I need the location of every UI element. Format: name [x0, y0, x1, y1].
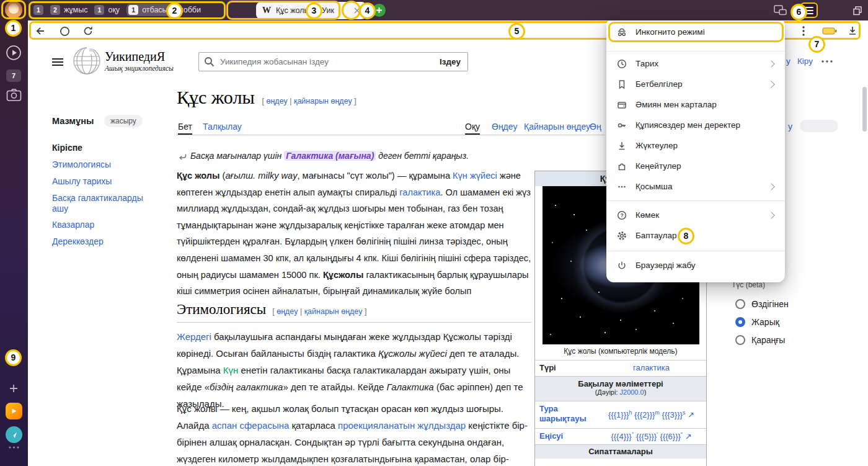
annotation-4: 4 — [359, 2, 376, 19]
radio-dark-label[interactable]: Қараңғы — [751, 335, 785, 345]
infobox-row-ra: Тура шарықтауы {{{1}}}h {{{2}}}m {{{3}}}… — [535, 401, 706, 429]
ra-label[interactable]: Тура шарықтауы — [539, 404, 598, 424]
dec-value[interactable]: {{{4}}}° {{{5}}}′ {{{6}}}″ ↗ — [600, 431, 702, 441]
section-edit-links[interactable]: [ өңдеу | қайнарын өңдеу ] — [272, 307, 366, 316]
toc-title: Мазмұны — [52, 116, 94, 126]
scrollbar-thumb[interactable] — [862, 87, 867, 132]
toc-item[interactable]: Этимологиясы — [52, 159, 111, 170]
toc-item[interactable]: Квазарлар — [52, 220, 94, 230]
tab-fragment-right: у — [788, 122, 792, 132]
paragraph-intro: Құс жолы (ағылш. milky way, мағынасы "сү… — [177, 168, 531, 300]
tab-read[interactable]: Оқу — [465, 122, 480, 135]
toc-hide-button[interactable]: жасыру — [104, 115, 143, 127]
menu-item-history[interactable]: Тарих — [606, 53, 785, 74]
tab-edit[interactable]: Өңдеу — [492, 122, 517, 132]
downloads-count-badge[interactable]: 7 — [6, 69, 21, 82]
toc-item-active[interactable]: Кіріспе — [52, 143, 82, 153]
restore-window-icon[interactable] — [853, 6, 862, 16]
search-input[interactable] — [219, 56, 428, 67]
user-avatar[interactable] — [5, 1, 22, 19]
downloads-icon[interactable] — [847, 25, 858, 36]
add-panel-icon[interactable] — [9, 383, 19, 393]
music-app-icon[interactable] — [6, 403, 22, 419]
battery-saver-icon[interactable] — [822, 27, 837, 35]
back-icon[interactable] — [34, 25, 46, 37]
incognito-icon — [616, 27, 627, 38]
ra-value[interactable]: {{{1}}}h {{{2}}}m {{{3}}}s ↗ — [600, 410, 702, 419]
ellipsis-icon — [616, 181, 627, 192]
menu-item-close-browser[interactable]: Браузерді жабу — [606, 255, 785, 276]
menu-item-passwords[interactable]: Құпиясөздер мен деректер — [606, 115, 785, 135]
infobox-obs-header: Бақылау мәліметтері (Дәуірі: J2000.0) — [535, 376, 706, 401]
power-icon — [616, 260, 627, 271]
annotation-6: 6 — [790, 4, 807, 20]
bookmark-icon — [616, 79, 627, 90]
menu-item-downloads[interactable]: Жүктеулер — [606, 135, 785, 156]
tab-talk[interactable]: Талқылау — [203, 122, 242, 132]
annotation-7: 7 — [808, 36, 825, 53]
gear-icon — [616, 230, 627, 241]
menu-item-extensions[interactable]: Кеңейтулер — [606, 156, 785, 176]
dec-label[interactable]: Еңісуі — [539, 431, 563, 441]
edit-links[interactable]: [ өңдеу | қайнарын өңдеу ] — [262, 97, 356, 105]
tab-bar: 1 2жұмыс 1оқу 1отбасы хобби W Құс жолы —… — [28, 0, 868, 20]
annotation-8: 8 — [678, 228, 694, 244]
svg-text:?: ? — [620, 212, 623, 218]
section-heading: Этимологиясы [ өңдеу | қайнарын өңдеу ] — [177, 302, 366, 318]
plus-icon — [376, 7, 383, 14]
tab-group[interactable]: 2жұмыс — [50, 5, 87, 15]
header-more-icon[interactable] — [821, 60, 833, 63]
infobox-row-type: Түрі галактика — [535, 360, 706, 377]
infobox-row-dec: Еңісуі {{{4}}}° {{{5}}}′ {{{6}}}″ ↗ — [535, 428, 706, 445]
tab-group[interactable]: 1 — [33, 5, 43, 15]
tab-edit-source[interactable]: Қайнарын өңдеу — [524, 122, 590, 132]
section-divider — [177, 322, 531, 323]
annotation-5: 5 — [508, 23, 525, 40]
type-value[interactable]: галактика — [600, 363, 702, 372]
login-link[interactable]: Кіру — [797, 56, 813, 66]
wallet-icon — [616, 99, 627, 110]
rail-overflow-icon[interactable] — [8, 446, 20, 449]
search-button[interactable]: Іздеу — [433, 52, 468, 71]
toc-item[interactable]: Басқа галактикаларды ашу — [52, 193, 154, 214]
browser-logo-icon[interactable] — [6, 426, 22, 443]
toc-item[interactable]: Ашылу тарихы — [52, 176, 112, 187]
tab-group[interactable]: 1оқу — [94, 5, 120, 15]
video-panel-icon[interactable] — [6, 45, 22, 61]
wiki-search-box[interactable] — [198, 52, 433, 71]
side-panel-icon[interactable] — [774, 5, 787, 16]
menu-item-bookmarks[interactable]: Бетбелгілер — [606, 74, 785, 94]
menu-item-more[interactable]: Қосымша — [606, 176, 785, 197]
wiki-wordmark[interactable]: УикипедиЯ — [105, 50, 165, 64]
search-icon — [204, 56, 215, 67]
search-engine-icon[interactable] — [60, 26, 70, 37]
radio-dark[interactable] — [735, 335, 745, 345]
annotation-1: 1 — [5, 20, 22, 37]
paragraph-etymology-1: Жердегі бақылаушыға аспандағы мыңдаған ж… — [177, 328, 531, 412]
menu-item-incognito[interactable]: Инкогнито режимі — [606, 22, 785, 42]
menu-item-wallet[interactable]: Әмиян мен карталар — [606, 94, 785, 115]
wikipedia-favicon: W — [262, 6, 271, 16]
menu-divider — [606, 200, 785, 201]
annotation-3: 3 — [306, 2, 322, 19]
tab-page[interactable]: Бет — [178, 122, 192, 135]
radio-auto-label[interactable]: Өздігінен — [751, 299, 789, 309]
radio-light-label[interactable]: Жарық — [751, 317, 779, 327]
reload-icon[interactable] — [82, 25, 94, 37]
radio-auto[interactable] — [735, 299, 745, 309]
covered-link-fragment: у — [786, 56, 790, 66]
menu-item-settings[interactable]: Баптаулар — [606, 225, 785, 246]
history-icon — [616, 58, 627, 69]
wikipedia-logo[interactable] — [73, 47, 101, 75]
kebab-menu-icon[interactable] — [798, 25, 809, 37]
screenshot-icon[interactable] — [6, 88, 22, 102]
tools-pill[interactable] — [800, 120, 838, 132]
wiki-hamburger-icon[interactable] — [52, 58, 63, 68]
radio-light[interactable] — [735, 317, 745, 327]
tab-fragment[interactable]: Өң — [590, 122, 601, 132]
toc-item[interactable]: Дереккөздер — [52, 236, 104, 247]
download-icon — [616, 140, 627, 151]
hatnote: Басқа мағыналар үшін Галактика (мағына) … — [190, 151, 525, 161]
menu-item-help[interactable]: ? Көмек — [606, 205, 785, 225]
browser-side-rail: 7 — [0, 0, 28, 466]
